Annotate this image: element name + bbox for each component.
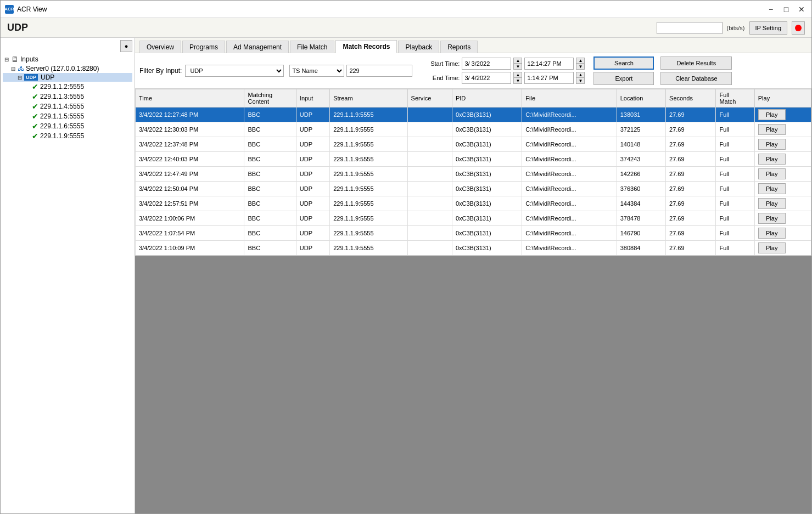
table-cell: 0xC3B(3131) [452, 122, 522, 137]
table-row[interactable]: 3/4/2022 12:30:03 PMBBCUDP229.1.1.9:5555… [136, 122, 811, 137]
sidebar-nav-button[interactable]: ● [120, 40, 132, 52]
ip-setting-button[interactable]: IP Setting [749, 21, 788, 35]
green-dot-1: ✔ [32, 82, 38, 91]
play-cell: Play [754, 108, 811, 122]
table-cell: 229.1.1.9:5555 [330, 196, 407, 211]
export-button[interactable]: Export [593, 72, 654, 85]
table-header: Time MatchingContent Input Stream Servic… [136, 89, 811, 108]
green-dot-2: ✔ [32, 92, 38, 101]
play-button[interactable]: Play [758, 124, 786, 135]
end-date-spin[interactable]: ▲▼ [513, 72, 522, 84]
ts-filter: TS Name [289, 65, 412, 77]
table-cell: BBC [244, 167, 296, 182]
sidebar-header: ● [3, 40, 132, 52]
expand-udp: ⊟ [17, 75, 23, 81]
table-cell: 138031 [617, 108, 665, 122]
table-cell: 372125 [617, 122, 665, 137]
clear-database-button[interactable]: Clear Database [660, 72, 732, 85]
tree-item-229-3[interactable]: ✔ 229.1.1.4:5555 [3, 101, 132, 111]
table-row[interactable]: 3/4/2022 1:00:06 PMBBCUDP229.1.1.9:55550… [136, 211, 811, 226]
table-row[interactable]: 3/4/2022 1:10:09 PMBBCUDP229.1.1.9:55550… [136, 241, 811, 256]
table-cell: UDP [296, 182, 329, 196]
ts-name-select[interactable]: TS Name [289, 65, 344, 77]
table-row[interactable]: 3/4/2022 12:57:51 PMBBCUDP229.1.1.9:5555… [136, 196, 811, 211]
bitrate-input[interactable] [657, 22, 723, 34]
start-time-input[interactable] [524, 58, 574, 70]
restore-button[interactable]: □ [781, 4, 792, 15]
table-cell: C:\Mividi\Recordi... [522, 211, 617, 226]
table-cell: 0xC3B(3131) [452, 196, 522, 211]
table-row[interactable]: 3/4/2022 12:37:48 PMBBCUDP229.1.1.9:5555… [136, 137, 811, 152]
end-time-spin[interactable]: ▲▼ [576, 72, 585, 84]
minimize-button[interactable]: − [765, 4, 776, 15]
tree-item-229-6[interactable]: ✔ 229.1.1.9:5555 [3, 131, 132, 141]
table-row[interactable]: 3/4/2022 12:40:03 PMBBCUDP229.1.1.9:5555… [136, 152, 811, 167]
tab-programs[interactable]: Programs [182, 41, 225, 53]
table-cell: BBC [244, 196, 296, 211]
table-cell: 0xC3B(3131) [452, 226, 522, 241]
start-time-spin[interactable]: ▲▼ [576, 58, 585, 70]
search-button[interactable]: Search [593, 57, 654, 70]
table-cell: 3/4/2022 12:27:48 PM [136, 108, 244, 122]
tab-playback[interactable]: Playback [398, 41, 439, 53]
start-time-label: Start Time: [427, 60, 460, 67]
table-cell: 229.1.1.9:5555 [330, 152, 407, 167]
start-date-spin[interactable]: ▲▼ [513, 58, 522, 70]
tree-item-229-2[interactable]: ✔ 229.1.1.3:5555 [3, 92, 132, 101]
tree-item-udp[interactable]: ⊟ UDP UDP [3, 73, 132, 82]
table-cell: 3/4/2022 12:57:51 PM [136, 196, 244, 211]
play-button[interactable]: Play [758, 213, 786, 224]
table-cell: 3/4/2022 12:47:49 PM [136, 167, 244, 182]
col-service: Service [407, 89, 452, 108]
filter-label: Filter By Input: [139, 67, 182, 75]
tab-ad-management[interactable]: Ad Management [226, 41, 289, 53]
col-play: Play [754, 89, 811, 108]
play-button[interactable]: Play [758, 139, 786, 150]
tab-overview[interactable]: Overview [139, 41, 181, 53]
table-cell: 0xC3B(3131) [452, 152, 522, 167]
col-input: Input [296, 89, 329, 108]
filter-select[interactable]: UDP [185, 65, 284, 77]
table-cell: Full [716, 182, 754, 196]
table-cell: 142266 [617, 167, 665, 182]
tab-file-match[interactable]: File Match [290, 41, 334, 53]
tab-match-records[interactable]: Match Records [335, 40, 397, 53]
play-button[interactable]: Play [758, 168, 786, 179]
tree-item-229-1[interactable]: ✔ 229.1.1.2:5555 [3, 82, 132, 92]
end-time-input[interactable] [524, 72, 574, 84]
table-cell: C:\Mividi\Recordi... [522, 182, 617, 196]
tree-item-inputs[interactable]: ⊟ 🖥 Inputs [3, 54, 132, 64]
table-cell: Full [716, 167, 754, 182]
tree-item-server[interactable]: ⊟ 🖧 Server0 (127.0.0.1:8280) [3, 64, 132, 73]
table-cell: UDP [296, 211, 329, 226]
green-dot-4: ✔ [32, 112, 38, 121]
record-button[interactable] [792, 21, 805, 35]
play-button[interactable]: Play [758, 183, 786, 194]
table-cell: 146790 [617, 226, 665, 241]
end-date-input[interactable] [462, 72, 511, 84]
ts-name-input[interactable] [346, 65, 412, 77]
play-button[interactable]: Play [758, 228, 786, 239]
table-cell: 3/4/2022 12:37:48 PM [136, 137, 244, 152]
table-row[interactable]: 3/4/2022 12:27:48 PMBBCUDP229.1.1.9:5555… [136, 108, 811, 122]
table-cell [407, 137, 452, 152]
close-button[interactable]: ✕ [796, 4, 807, 15]
tree-item-229-5[interactable]: ✔ 229.1.1.6:5555 [3, 121, 132, 131]
table-row[interactable]: 3/4/2022 12:50:04 PMBBCUDP229.1.1.9:5555… [136, 182, 811, 196]
play-button[interactable]: Play [758, 109, 786, 120]
table-cell: BBC [244, 152, 296, 167]
green-dot-5: ✔ [32, 122, 38, 131]
col-seconds: Seconds [666, 89, 716, 108]
udp-label: UDP [41, 74, 54, 81]
tree-item-229-4[interactable]: ✔ 229.1.1.5:5555 [3, 111, 132, 121]
table-cell: 229.1.1.9:5555 [330, 226, 407, 241]
play-button[interactable]: Play [758, 154, 786, 165]
table-row[interactable]: 3/4/2022 1:07:54 PMBBCUDP229.1.1.9:55550… [136, 226, 811, 241]
tab-reports[interactable]: Reports [440, 41, 478, 53]
play-button[interactable]: Play [758, 242, 786, 253]
col-file: File [522, 89, 617, 108]
start-date-input[interactable] [462, 58, 511, 70]
table-row[interactable]: 3/4/2022 12:47:49 PMBBCUDP229.1.1.9:5555… [136, 167, 811, 182]
delete-results-button[interactable]: Delete Results [660, 57, 732, 70]
play-button[interactable]: Play [758, 198, 786, 209]
